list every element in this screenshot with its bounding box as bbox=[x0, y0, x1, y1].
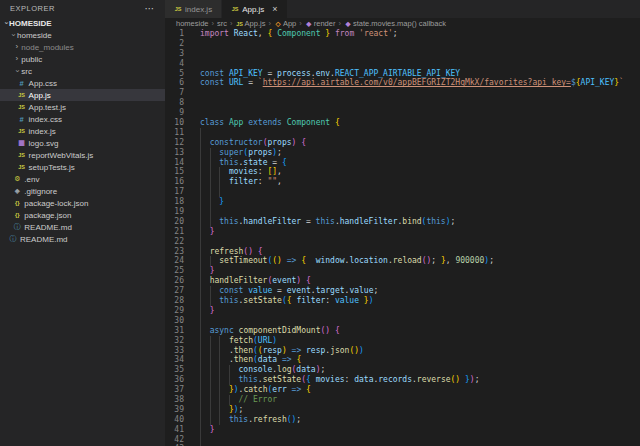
file-label: homeside bbox=[17, 31, 52, 40]
tree-item-App.test.js[interactable]: JSApp.test.js bbox=[0, 101, 165, 113]
more-actions-icon[interactable]: ⋯ bbox=[145, 4, 156, 14]
code-line[interactable]: 23 refresh() { bbox=[165, 247, 640, 257]
code-line[interactable]: 16 filter: "", bbox=[165, 177, 640, 187]
code-line[interactable]: 32 fetch(URL) bbox=[165, 336, 640, 346]
indent-guide bbox=[200, 266, 201, 276]
tree-item-homeside[interactable]: ›homeside bbox=[0, 29, 165, 41]
code-line[interactable]: 11 bbox=[165, 128, 640, 138]
tree-item-.env[interactable]: ⚙.env bbox=[0, 173, 165, 185]
code-line[interactable]: 12 constructor(props) { bbox=[165, 138, 640, 148]
code-line[interactable]: 28 this.setState({ filter: value }) bbox=[165, 296, 640, 306]
tree-item-index.css[interactable]: #index.css bbox=[0, 113, 165, 125]
code-line[interactable]: 7 bbox=[165, 88, 640, 98]
code-content: this.setState({ filter: value }) bbox=[200, 296, 374, 306]
breadcrumb-item-state[interactable]: ◆state.movies.map() callback bbox=[344, 19, 446, 28]
tree-item-setupTests.js[interactable]: JSsetupTests.js bbox=[0, 161, 165, 173]
code-line[interactable]: 18 } bbox=[165, 197, 640, 207]
tree-item-App.css[interactable]: #App.css bbox=[0, 77, 165, 89]
line-number: 38 bbox=[165, 395, 184, 405]
code-line[interactable]: 27 const value = event.target.value; bbox=[165, 286, 640, 296]
code-line[interactable]: 19 bbox=[165, 207, 640, 217]
indent-guide bbox=[200, 306, 201, 316]
tree-item-node_modules[interactable]: ›node_modules bbox=[0, 41, 165, 53]
code-line[interactable]: 13 super(props); bbox=[165, 148, 640, 158]
tree-item-reportWebVitals.js[interactable]: JSreportWebVitals.js bbox=[0, 149, 165, 161]
code-line[interactable]: 17 bbox=[165, 187, 640, 197]
indent-guide bbox=[210, 197, 211, 207]
code-line[interactable]: 41 } bbox=[165, 425, 640, 435]
file-label: package-lock.json bbox=[24, 199, 88, 208]
tree-item-package.json[interactable]: {}package.json bbox=[0, 209, 165, 221]
code-line[interactable]: 35 console.log(data); bbox=[165, 365, 640, 375]
line-number: 4 bbox=[165, 59, 184, 69]
code-line[interactable]: 25 } bbox=[165, 266, 640, 276]
js-file-icon: JS bbox=[18, 104, 26, 110]
tab-App.js[interactable]: JSApp.js× bbox=[222, 0, 287, 18]
tree-item-App.js[interactable]: JSApp.js bbox=[0, 89, 165, 101]
tree-item-README.md[interactable]: ⓘREADME.md bbox=[0, 221, 165, 233]
breadcrumb-item-homeside[interactable]: homeside bbox=[176, 19, 209, 28]
code-line[interactable]: 5const API_KEY = process.env.REACT_APP_A… bbox=[165, 69, 640, 79]
code-line[interactable]: 37 }).catch(err => { bbox=[165, 385, 640, 395]
tree-item-index.js[interactable]: JSindex.js bbox=[0, 125, 165, 137]
line-number: 13 bbox=[165, 148, 184, 158]
indent-guide bbox=[219, 177, 220, 187]
indent-guide bbox=[210, 256, 211, 266]
file-label: App.test.js bbox=[29, 103, 66, 112]
tree-item-package-lock.json[interactable]: {}package-lock.json bbox=[0, 197, 165, 209]
css-file-icon: # bbox=[18, 79, 26, 88]
code-line[interactable]: 38 // Error bbox=[165, 395, 640, 405]
code-line[interactable]: 40 this.refresh(); bbox=[165, 415, 640, 425]
code-line[interactable]: 8 bbox=[165, 98, 640, 108]
indent-guide bbox=[200, 167, 201, 177]
line-number: 31 bbox=[165, 326, 184, 336]
tree-item-README.md[interactable]: ⓘREADME.md bbox=[0, 233, 165, 245]
code-line[interactable]: 29 } bbox=[165, 306, 640, 316]
code-line[interactable]: 36 this.setState({ movies: data.records.… bbox=[165, 375, 640, 385]
code-line[interactable]: 10class App extends Component { bbox=[165, 118, 640, 128]
tree-item-.gitignore[interactable]: ◈.gitignore bbox=[0, 185, 165, 197]
code-line[interactable]: 2 bbox=[165, 39, 640, 49]
code-line[interactable]: 20 this.handleFilter = this.handleFilter… bbox=[165, 217, 640, 227]
code-content: setTimeout(() => { window.location.reloa… bbox=[200, 256, 494, 266]
breadcrumb-item-App[interactable]: JSApp.js bbox=[236, 19, 266, 28]
code-line[interactable]: 39 }); bbox=[165, 405, 640, 415]
code-line[interactable]: 6const URL = `https://api.airtable.com/v… bbox=[165, 78, 640, 88]
tree-item-logo.svg[interactable]: ▦logo.svg bbox=[0, 137, 165, 149]
line-number: 23 bbox=[165, 247, 184, 257]
code-content: // Error bbox=[200, 395, 277, 405]
code-line[interactable]: 30 bbox=[165, 316, 640, 326]
code-line[interactable]: 4 bbox=[165, 59, 640, 69]
line-number: 28 bbox=[165, 296, 184, 306]
tree-item-src[interactable]: ›src bbox=[0, 65, 165, 77]
code-content: } bbox=[200, 306, 214, 316]
code-line[interactable]: 21 } bbox=[165, 227, 640, 237]
file-label: src bbox=[21, 67, 32, 76]
indent-guide bbox=[210, 158, 211, 168]
tab-bar: JSindex.jsJSApp.js× bbox=[165, 0, 640, 18]
code-line[interactable]: 42 bbox=[165, 435, 640, 445]
close-icon[interactable]: × bbox=[272, 5, 277, 14]
code-line[interactable]: 22 bbox=[165, 237, 640, 247]
js-file-icon: JS bbox=[174, 6, 182, 12]
breadcrumb-item-App[interactable]: ◇App bbox=[274, 19, 296, 28]
code-line[interactable]: 34 .then(data => { bbox=[165, 355, 640, 365]
breadcrumb-item-render[interactable]: ◆render bbox=[305, 19, 336, 28]
indent-guide bbox=[200, 425, 201, 435]
code-line[interactable]: 24 setTimeout(() => { window.location.re… bbox=[165, 256, 640, 266]
code-line[interactable]: 33 .then((resp) => resp.json()) bbox=[165, 346, 640, 356]
code-line[interactable]: 26 handleFilter(event) { bbox=[165, 276, 640, 286]
code-line[interactable]: 1import React, { Component } from 'react… bbox=[165, 29, 640, 39]
code-line[interactable]: 9 bbox=[165, 108, 640, 118]
code-line[interactable]: 15 movies: [], bbox=[165, 167, 640, 177]
file-label: setupTests.js bbox=[29, 163, 75, 172]
code-line[interactable]: 3 bbox=[165, 49, 640, 59]
explorer-section-header[interactable]: › HOMESIDE bbox=[0, 17, 165, 29]
line-number: 39 bbox=[165, 405, 184, 415]
tab-index.js[interactable]: JSindex.js bbox=[165, 0, 221, 18]
tree-item-public[interactable]: ›public bbox=[0, 53, 165, 65]
code-editor[interactable]: 1import React, { Component } from 'react… bbox=[165, 29, 640, 446]
breadcrumb-item-src[interactable]: src bbox=[217, 19, 227, 28]
code-line[interactable]: 31 async componentDidMount() { bbox=[165, 326, 640, 336]
code-line[interactable]: 14 this.state = { bbox=[165, 158, 640, 168]
